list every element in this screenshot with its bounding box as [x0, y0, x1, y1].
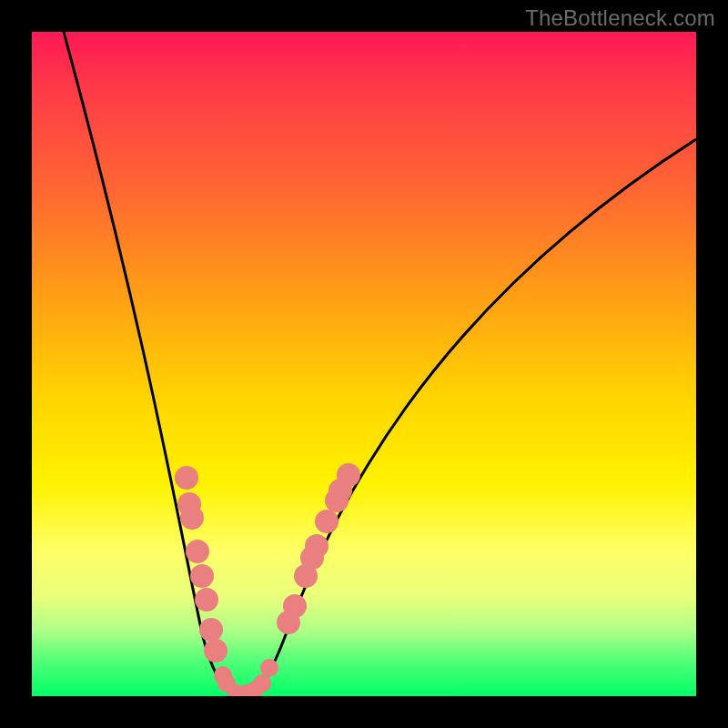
- data-marker: [337, 463, 360, 487]
- data-marker: [283, 594, 307, 618]
- data-marker: [199, 618, 223, 642]
- data-marker: [305, 534, 329, 558]
- data-marker: [186, 540, 209, 563]
- data-marker: [260, 659, 278, 677]
- data-marker: [315, 510, 339, 533]
- main-curve: [64, 32, 696, 696]
- data-marker: [190, 564, 214, 588]
- markers-group: [175, 463, 360, 696]
- data-marker: [180, 506, 204, 530]
- data-marker: [175, 466, 198, 490]
- chart-stage: TheBottleneck.com: [0, 0, 728, 728]
- plot-area: [32, 32, 696, 696]
- plot-svg: [32, 32, 696, 696]
- data-marker: [204, 639, 228, 662]
- data-marker: [195, 588, 218, 612]
- watermark-text: TheBottleneck.com: [525, 5, 715, 31]
- data-marker: [253, 674, 271, 693]
